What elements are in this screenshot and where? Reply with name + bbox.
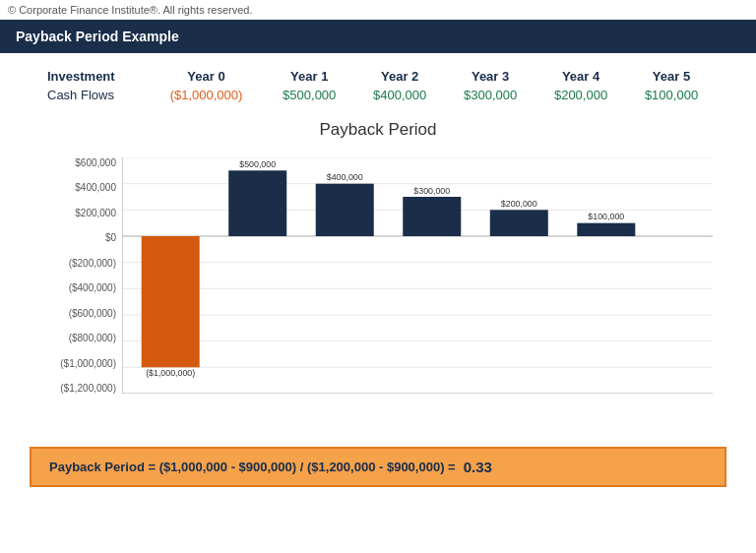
y-axis: $600,000 $400,000 $200,000 $0 ($200,000)… (33, 157, 120, 394)
y-label-3: $200,000 (75, 208, 116, 218)
y-label-10: ($1,200,000) (60, 383, 116, 394)
bar-label-year3: $300,000 (413, 186, 450, 196)
cell-year5: $100,000 (626, 86, 717, 104)
header-bar: Payback Period Example (0, 20, 756, 53)
table-section: Investment Year 0 Year 1 Year 2 Year 3 Y… (0, 53, 756, 112)
copyright-bar: © Corporate Finance Institute®. All righ… (0, 0, 756, 20)
y-label-8: ($800,000) (69, 333, 116, 343)
chart-container: $600,000 $400,000 $200,000 $0 ($200,000)… (33, 148, 723, 433)
chart-section: Payback Period $600,000 $400,000 $200,00… (0, 120, 756, 433)
row-label: Cash Flows (39, 86, 149, 104)
col-header-year5: Year 5 (626, 67, 717, 86)
copyright-text: © Corporate Finance Institute®. All righ… (8, 4, 253, 16)
table-row: Cash Flows ($1,000,000) $500,000 $400,00… (39, 86, 717, 104)
cell-year3: $300,000 (445, 86, 536, 104)
bar-year0 (142, 236, 200, 367)
col-header-year3: Year 3 (445, 67, 536, 86)
y-label-4: $0 (105, 232, 116, 243)
bar-label-year0: ($1,000,000) (146, 368, 195, 378)
col-header-year0: Year 0 (149, 67, 264, 86)
bar-label-year4: $200,000 (501, 199, 537, 209)
formula-text: Payback Period = ($1,000,000 - $900,000)… (49, 460, 456, 474)
col-header-year4: Year 4 (536, 67, 626, 86)
col-header-year1: Year 1 (264, 67, 354, 86)
cell-year0: ($1,000,000) (149, 86, 264, 104)
bars-svg: ($1,000,000) $500,000 $400,000 $300,000 … (122, 157, 713, 394)
chart-title: Payback Period (30, 120, 726, 140)
cell-year2: $400,000 (354, 86, 445, 104)
cash-flow-table: Investment Year 0 Year 1 Year 2 Year 3 Y… (39, 67, 717, 104)
y-label-9: ($1,000,000) (60, 358, 116, 369)
y-label-2: $400,000 (75, 182, 116, 193)
bar-label-year2: $400,000 (327, 172, 363, 182)
bar-year2 (316, 184, 374, 236)
y-label-1: $600,000 (75, 157, 116, 168)
cell-year1: $500,000 (264, 86, 354, 104)
col-header-year2: Year 2 (354, 67, 445, 86)
bar-year4 (490, 210, 548, 236)
bar-label-year1: $500,000 (239, 159, 276, 169)
cell-year4: $200,000 (536, 86, 626, 104)
y-label-7: ($600,000) (69, 308, 116, 319)
bar-year1 (228, 170, 286, 236)
bar-year5 (577, 223, 635, 236)
payback-formula-bar: Payback Period = ($1,000,000 - $900,000)… (30, 447, 726, 487)
formula-result: 0.33 (464, 459, 492, 475)
bar-year3 (403, 197, 461, 236)
col-header-investment: Investment (39, 67, 149, 86)
y-label-6: ($400,000) (69, 282, 116, 293)
y-label-5: ($200,000) (69, 258, 116, 269)
bar-label-year5: $100,000 (588, 212, 624, 221)
page-title: Payback Period Example (16, 29, 179, 44)
